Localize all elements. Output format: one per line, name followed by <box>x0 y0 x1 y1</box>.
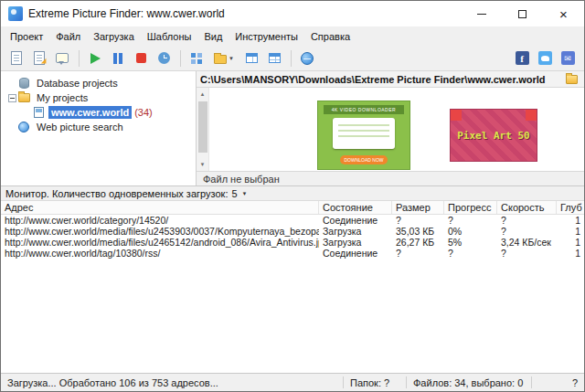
folder-icon <box>214 55 227 64</box>
menu-project[interactable]: Проект <box>4 28 49 45</box>
tree-item-label: Web picture search <box>34 121 126 133</box>
pause-download-button[interactable] <box>107 48 129 69</box>
cell-progress: 0% <box>444 226 497 237</box>
table-empty-space <box>1 259 584 373</box>
download-row[interactable]: http://www.cwer.world/category/14520/ Со… <box>1 215 584 226</box>
menu-tools[interactable]: Инструменты <box>229 28 304 45</box>
cell-state: Загрузка <box>319 237 392 248</box>
files-panel: C:\Users\MANSORY\Downloads\Extreme Pictu… <box>197 71 584 185</box>
column-depth[interactable]: Глуб <box>557 201 584 214</box>
email-icon <box>561 51 575 65</box>
templates-icon <box>191 53 202 64</box>
cell-size: ? <box>392 248 444 259</box>
preview-title: Pixel Art 50 <box>457 130 529 142</box>
collapse-icon[interactable] <box>8 94 16 102</box>
column-state[interactable]: Состояние <box>319 201 392 214</box>
menu-download[interactable]: Загрузка <box>87 28 140 45</box>
new-project-button[interactable] <box>5 48 27 69</box>
open-folder-button[interactable] <box>562 75 580 84</box>
app-icon <box>8 6 23 21</box>
folder-icon <box>566 75 578 84</box>
column-speed[interactable]: Скорость <box>497 201 557 214</box>
cell-address: http://www.cwer.world/tag/10380/rss/ <box>1 248 319 259</box>
scrollbar-thumb[interactable] <box>198 101 207 153</box>
menu-templates[interactable]: Шаблоны <box>141 28 198 45</box>
templates-button[interactable] <box>186 48 207 69</box>
cell-progress: 5% <box>444 237 497 248</box>
thumbnail-pixelart50[interactable]: Pixel Art 50 PixelArt50_main.jpg <box>429 93 558 171</box>
maximize-icon <box>518 10 526 18</box>
tree-item-my-projects[interactable]: My projects <box>1 90 196 105</box>
cell-depth: 1 <box>557 226 584 237</box>
cell-address: http://www.cwer.world/media/files/u24651… <box>1 237 319 248</box>
stop-download-button[interactable] <box>130 48 152 69</box>
thumbnail-image: 4K VIDEO DOWNLOADER DOWNLOAD NOW <box>317 101 410 170</box>
file-info-text: Файл не выбран <box>203 174 280 185</box>
toolbar-separator <box>79 50 80 67</box>
facebook-icon <box>516 51 529 65</box>
tree-item-label-selected: www.cwer.world <box>48 106 132 119</box>
cell-progress: ? <box>444 248 497 259</box>
status-extra: ? <box>532 377 584 388</box>
column-address[interactable]: Адрес <box>1 201 319 214</box>
downloads-table-header: Адрес Состояние Размер Прогресс Скорость… <box>1 201 584 215</box>
menu-file[interactable]: Файл <box>49 28 87 45</box>
thumbnails-view-icon <box>246 53 258 63</box>
column-size[interactable]: Размер <box>392 201 444 214</box>
cell-depth: 1 <box>557 248 584 259</box>
tree-item-project-cwer-world[interactable]: www.cwer.world (34) <box>1 105 196 120</box>
tree-item-database-projects[interactable]: Database projects <box>1 76 196 90</box>
chevron-down-icon[interactable]: ▼ <box>242 191 248 196</box>
cell-depth: 1 <box>557 215 584 226</box>
column-progress[interactable]: Прогресс <box>444 201 497 214</box>
comments-icon <box>56 53 69 63</box>
thumbnail-4k-video-downloader[interactable]: 4K VIDEO DOWNLOADER DOWNLOAD NOW 4K_Vide… <box>299 93 429 171</box>
current-path: C:\Users\MANSORY\Downloads\Extreme Pictu… <box>200 74 562 85</box>
project-tree: Database projects My projects www.cwer.w… <box>1 71 197 185</box>
preview-banner: 4K VIDEO DOWNLOADER <box>324 105 404 114</box>
title-bar: Extreme Picture Finder: www.cwer.world × <box>1 1 584 26</box>
file-count-badge: (34) <box>134 107 153 118</box>
tree-item-web-picture-search[interactable]: Web picture search <box>1 120 196 134</box>
minimize-button[interactable] <box>461 1 502 26</box>
download-row[interactable]: http://www.cwer.world/media/files/u24651… <box>1 237 584 248</box>
status-progress-text: Загрузка... Обработано 106 из 753 адресо… <box>1 377 343 388</box>
globe-icon <box>301 52 314 65</box>
preview-button: DOWNLOAD NOW <box>340 155 388 164</box>
open-download-folder-button[interactable]: ▼ <box>208 48 239 69</box>
cell-state: Соединение <box>319 248 392 259</box>
maximize-button[interactable] <box>502 1 543 26</box>
download-row[interactable]: http://www.cwer.world/tag/10380/rss/ Сое… <box>1 248 584 259</box>
view-thumbnails-button[interactable] <box>240 48 262 69</box>
cell-size: 26,27 КБ <box>392 237 444 248</box>
comments-button[interactable] <box>51 48 73 69</box>
chevron-down-icon: ▼ <box>229 56 234 61</box>
details-view-icon <box>269 53 281 63</box>
vertical-scrollbar[interactable]: ▲ ▼ <box>197 88 209 171</box>
concurrent-downloads-value[interactable]: 5 <box>231 188 237 199</box>
project-icon <box>32 107 45 118</box>
view-details-button[interactable] <box>263 48 285 69</box>
status-bar: Загрузка... Обработано 106 из 753 адресо… <box>1 373 584 391</box>
cell-address: http://www.cwer.world/media/files/u24539… <box>1 226 319 237</box>
menu-view[interactable]: Вид <box>197 28 229 45</box>
menu-help[interactable]: Справка <box>304 28 356 45</box>
scroll-down-icon[interactable]: ▼ <box>197 158 208 171</box>
edit-project-icon <box>34 51 45 65</box>
pause-icon <box>113 53 122 64</box>
start-download-button[interactable] <box>84 48 106 69</box>
cell-depth: 1 <box>557 237 584 248</box>
twitter-button[interactable] <box>534 48 556 69</box>
download-row[interactable]: http://www.cwer.world/media/files/u24539… <box>1 226 584 237</box>
schedule-button[interactable] <box>153 48 175 69</box>
cell-size: ? <box>392 215 444 226</box>
cell-speed: ? <box>497 248 557 259</box>
scroll-up-icon[interactable]: ▲ <box>197 88 208 101</box>
main-area: Database projects My projects www.cwer.w… <box>1 71 584 185</box>
edit-project-button[interactable] <box>28 48 50 69</box>
close-button[interactable]: × <box>543 1 584 26</box>
facebook-button[interactable] <box>511 48 533 69</box>
website-button[interactable] <box>296 48 318 69</box>
thumbnail-image: Pixel Art 50 <box>450 109 537 162</box>
email-button[interactable] <box>557 48 579 69</box>
